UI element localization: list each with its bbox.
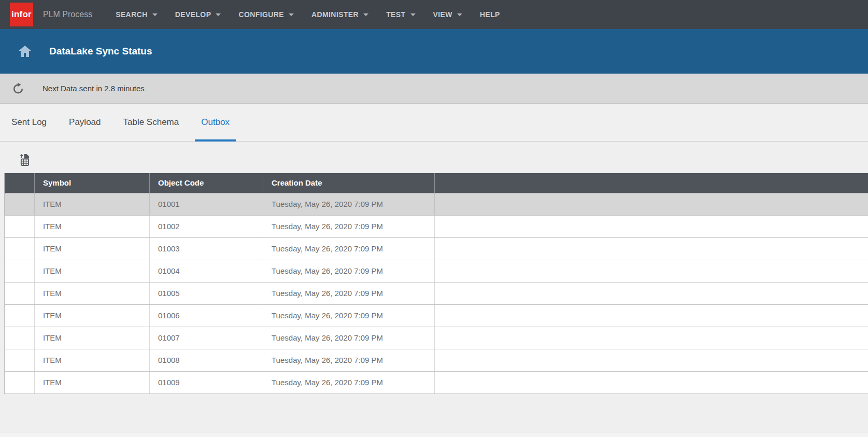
table-row[interactable]: ITEM01001Tuesday, May 26, 2020 7:09 PM (5, 193, 868, 215)
cell-empty (435, 193, 868, 215)
cell-empty (5, 304, 35, 327)
nav-item-search[interactable]: SEARCH (107, 0, 166, 29)
column-header-empty (5, 173, 35, 193)
app-name: PLM Process (43, 10, 92, 19)
table-row[interactable]: ITEM01002Tuesday, May 26, 2020 7:09 PM (5, 215, 868, 237)
refresh-toolbar: Next Data sent in 2.8 minutes (0, 74, 868, 104)
tab-table-schema[interactable]: Table Schema (117, 104, 186, 141)
table-row[interactable]: ITEM01004Tuesday, May 26, 2020 7:09 PM (5, 260, 868, 282)
footer-strip (0, 432, 868, 437)
cell-empty (435, 327, 868, 349)
nav-item-configure[interactable]: CONFIGURE (230, 0, 303, 29)
cell-empty (435, 215, 868, 237)
cell-object-code: 01007 (150, 327, 263, 349)
export-spreadsheet-icon[interactable] (20, 154, 30, 166)
table-row[interactable]: ITEM01008Tuesday, May 26, 2020 7:09 PM (5, 349, 868, 371)
nav-item-develop[interactable]: DEVELOP (166, 0, 230, 29)
cell-creation-date: Tuesday, May 26, 2020 7:09 PM (263, 282, 435, 304)
table-row[interactable]: ITEM01009Tuesday, May 26, 2020 7:09 PM (5, 371, 868, 393)
table-row[interactable]: ITEM01003Tuesday, May 26, 2020 7:09 PM (5, 237, 868, 260)
cell-empty (5, 327, 35, 349)
cell-symbol: ITEM (35, 193, 150, 215)
cell-empty (5, 349, 35, 371)
outbox-table: SymbolObject CodeCreation Date ITEM01001… (4, 173, 868, 394)
grid-toolbar (0, 142, 868, 173)
refresh-icon[interactable] (12, 82, 24, 94)
page-title: DataLake Sync Status (49, 46, 152, 57)
infor-logo-text: infor (11, 9, 32, 20)
cell-creation-date: Tuesday, May 26, 2020 7:09 PM (263, 304, 435, 327)
cell-object-code: 01009 (150, 371, 263, 393)
sync-status-text: Next Data sent in 2.8 minutes (42, 84, 145, 93)
cell-object-code: 01002 (150, 215, 263, 237)
nav-menu: SEARCHDEVELOPCONFIGUREADMINISTERTESTVIEW… (107, 0, 509, 29)
table-header: SymbolObject CodeCreation Date (5, 173, 868, 193)
nav-item-label: CONFIGURE (238, 10, 284, 19)
nav-item-test[interactable]: TEST (377, 0, 424, 29)
chevron-down-icon (363, 13, 368, 16)
nav-item-help[interactable]: HELP (471, 0, 509, 29)
cell-creation-date: Tuesday, May 26, 2020 7:09 PM (263, 215, 435, 237)
chevron-down-icon (152, 13, 158, 16)
nav-item-label: TEST (386, 10, 405, 19)
cell-symbol: ITEM (35, 237, 150, 260)
chevron-down-icon (410, 13, 416, 16)
cell-object-code: 01006 (150, 304, 263, 327)
cell-empty (435, 371, 868, 393)
nav-item-label: VIEW (433, 10, 452, 19)
top-nav-bar: infor PLM Process SEARCHDEVELOPCONFIGURE… (0, 0, 868, 29)
content-area: SymbolObject CodeCreation Date ITEM01001… (0, 142, 868, 437)
nav-item-label: DEVELOP (175, 10, 211, 19)
cell-symbol: ITEM (35, 349, 150, 371)
column-header-empty (435, 173, 868, 193)
cell-empty (5, 371, 35, 393)
cell-empty (5, 282, 35, 304)
cell-creation-date: Tuesday, May 26, 2020 7:09 PM (263, 193, 435, 215)
nav-item-view[interactable]: VIEW (424, 0, 471, 29)
chevron-down-icon (216, 13, 221, 16)
page-header: DataLake Sync Status (0, 29, 868, 74)
nav-item-label: ADMINISTER (311, 10, 359, 19)
cell-empty (435, 237, 868, 260)
column-header-creation-date[interactable]: Creation Date (263, 173, 435, 193)
cell-object-code: 01005 (150, 282, 263, 304)
home-icon[interactable] (19, 46, 31, 57)
table-header-row: SymbolObject CodeCreation Date (5, 173, 868, 193)
chevron-down-icon (457, 13, 462, 16)
cell-creation-date: Tuesday, May 26, 2020 7:09 PM (263, 260, 435, 282)
table-row[interactable]: ITEM01007Tuesday, May 26, 2020 7:09 PM (5, 327, 868, 349)
table-row[interactable]: ITEM01005Tuesday, May 26, 2020 7:09 PM (5, 282, 868, 304)
table-row[interactable]: ITEM01006Tuesday, May 26, 2020 7:09 PM (5, 304, 868, 327)
cell-empty (5, 215, 35, 237)
cell-empty (5, 260, 35, 282)
cell-empty (5, 193, 35, 215)
tab-sent-log[interactable]: Sent Log (5, 104, 53, 141)
cell-empty (435, 349, 868, 371)
cell-empty (435, 282, 868, 304)
nav-item-administer[interactable]: ADMINISTER (303, 0, 377, 29)
cell-symbol: ITEM (35, 304, 150, 327)
cell-creation-date: Tuesday, May 26, 2020 7:09 PM (263, 349, 435, 371)
tab-outbox[interactable]: Outbox (195, 104, 236, 141)
tab-payload[interactable]: Payload (63, 104, 107, 141)
column-header-object-code[interactable]: Object Code (150, 173, 263, 193)
chevron-down-icon (289, 13, 294, 16)
cell-symbol: ITEM (35, 282, 150, 304)
cell-empty (5, 237, 35, 260)
cell-object-code: 01001 (150, 193, 263, 215)
nav-item-label: SEARCH (116, 10, 148, 19)
cell-empty (435, 260, 868, 282)
cell-creation-date: Tuesday, May 26, 2020 7:09 PM (263, 327, 435, 349)
cell-symbol: ITEM (35, 327, 150, 349)
tab-strip: Sent LogPayloadTable SchemaOutbox (0, 104, 868, 142)
cell-empty (435, 304, 868, 327)
nav-item-label: HELP (480, 10, 500, 19)
cell-symbol: ITEM (35, 260, 150, 282)
column-header-symbol[interactable]: Symbol (35, 173, 150, 193)
infor-logo[interactable]: infor (10, 3, 33, 26)
cell-object-code: 01004 (150, 260, 263, 282)
cell-object-code: 01008 (150, 349, 263, 371)
cell-symbol: ITEM (35, 215, 150, 237)
cell-symbol: ITEM (35, 371, 150, 393)
cell-object-code: 01003 (150, 237, 263, 260)
